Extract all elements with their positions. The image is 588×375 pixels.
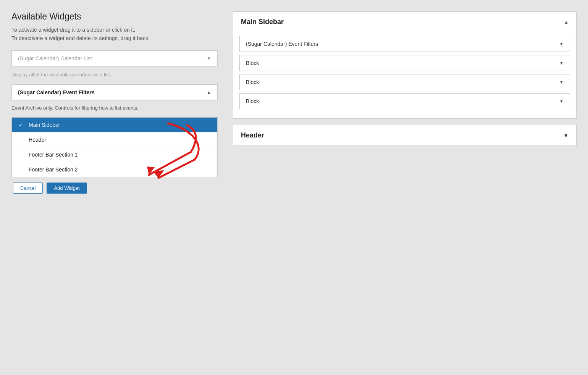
- header-panel: Header ▼: [233, 125, 577, 146]
- chevron-down-icon: ▼: [207, 56, 211, 61]
- main-sidebar-chevron-up-icon: ▲: [564, 19, 569, 25]
- dropdown-item-footer-bar-2[interactable]: Footer Bar Section 2: [12, 162, 217, 177]
- main-sidebar-panel: Main Sidebar ▲ (Sugar Calendar) Event Fi…: [233, 11, 577, 119]
- dropdown-item-footer-bar-1[interactable]: Footer Bar Section 1: [12, 147, 217, 162]
- calendar-list-title: (Sugar Calendar) Calendar List: [18, 55, 92, 61]
- page-description: To activate a widget drag it to a sideba…: [11, 26, 218, 43]
- check-icon-empty: [19, 137, 25, 143]
- chevron-up-icon: ▲: [207, 90, 211, 95]
- calendar-list-description: Display all of the available calendars a…: [11, 68, 218, 85]
- check-icon-empty-3: [19, 166, 25, 173]
- main-sidebar-widget-0[interactable]: (Sugar Calendar) Event Filters ▼: [239, 36, 570, 52]
- main-sidebar-panel-content: (Sugar Calendar) Event Filters ▼ Block ▼…: [233, 32, 576, 118]
- header-panel-title: Header: [241, 131, 264, 139]
- main-sidebar-widget-1[interactable]: Block ▼: [239, 55, 570, 71]
- widget-item-title-1: Block: [246, 60, 259, 66]
- add-widget-button[interactable]: Add Widget: [47, 183, 87, 194]
- widget-chevron-down-icon-0: ▼: [559, 42, 564, 46]
- main-sidebar-widget-2[interactable]: Block ▼: [239, 74, 570, 90]
- main-sidebar-panel-header[interactable]: Main Sidebar ▲: [233, 12, 576, 32]
- check-icon: ✓: [19, 122, 25, 128]
- event-filters-widget[interactable]: (Sugar Calendar) Event Filters ▲: [11, 84, 218, 100]
- check-icon-empty-2: [19, 152, 25, 158]
- page-title: Available Widgets: [11, 11, 218, 22]
- widget-item-title-3: Block: [246, 98, 259, 104]
- main-sidebar-widget-3[interactable]: Block ▼: [239, 93, 570, 109]
- header-chevron-down-icon: ▼: [563, 133, 569, 139]
- header-panel-header[interactable]: Header ▼: [233, 125, 576, 145]
- event-filters-description: Event Archive only. Controls for filteri…: [11, 100, 218, 117]
- cancel-button[interactable]: Cancel: [13, 183, 43, 194]
- dropdown-item-header[interactable]: Header: [12, 133, 217, 147]
- main-sidebar-panel-title: Main Sidebar: [241, 18, 284, 26]
- sidebar-select-dropdown: ✓ Main Sidebar Header Footer Bar Section…: [11, 117, 218, 177]
- calendar-list-widget[interactable]: (Sugar Calendar) Calendar List ▼: [11, 50, 218, 66]
- dropdown-item-main-sidebar[interactable]: ✓ Main Sidebar: [12, 118, 217, 133]
- widget-chevron-down-icon-2: ▼: [559, 80, 564, 84]
- widget-item-title-0: (Sugar Calendar) Event Filters: [246, 41, 318, 47]
- widget-item-title-2: Block: [246, 79, 259, 85]
- button-row: Cancel Add Widget: [11, 183, 218, 194]
- event-filters-title: (Sugar Calendar) Event Filters: [18, 89, 95, 95]
- widget-chevron-down-icon-3: ▼: [559, 99, 564, 103]
- widget-chevron-down-icon-1: ▼: [559, 61, 564, 65]
